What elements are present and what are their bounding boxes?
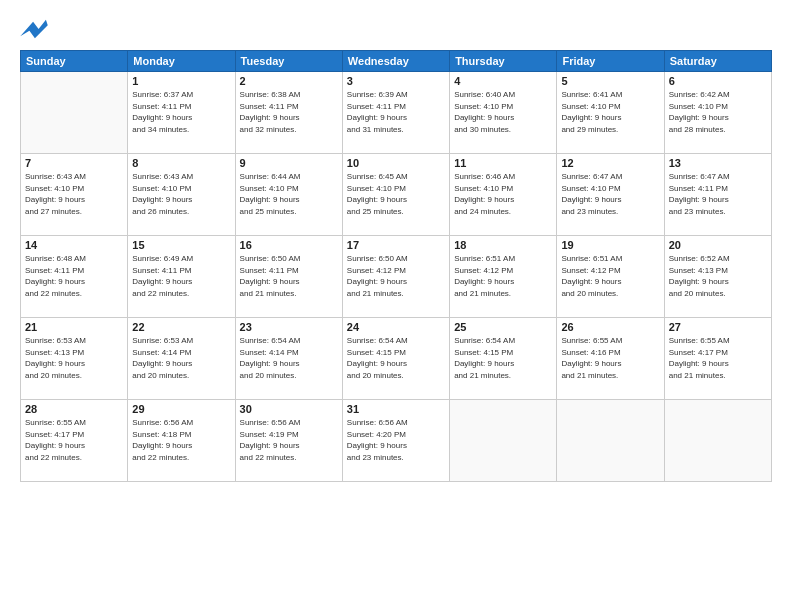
day-number: 6	[669, 75, 767, 87]
calendar-cell	[664, 400, 771, 482]
weekday-header-sunday: Sunday	[21, 51, 128, 72]
calendar-cell: 27Sunrise: 6:55 AM Sunset: 4:17 PM Dayli…	[664, 318, 771, 400]
day-number: 4	[454, 75, 552, 87]
calendar-cell: 19Sunrise: 6:51 AM Sunset: 4:12 PM Dayli…	[557, 236, 664, 318]
day-info: Sunrise: 6:56 AM Sunset: 4:19 PM Dayligh…	[240, 417, 338, 463]
weekday-header-wednesday: Wednesday	[342, 51, 449, 72]
calendar-cell: 29Sunrise: 6:56 AM Sunset: 4:18 PM Dayli…	[128, 400, 235, 482]
day-number: 22	[132, 321, 230, 333]
calendar-cell: 9Sunrise: 6:44 AM Sunset: 4:10 PM Daylig…	[235, 154, 342, 236]
calendar-cell	[21, 72, 128, 154]
day-info: Sunrise: 6:51 AM Sunset: 4:12 PM Dayligh…	[454, 253, 552, 299]
logo-icon	[20, 18, 48, 40]
calendar-cell: 15Sunrise: 6:49 AM Sunset: 4:11 PM Dayli…	[128, 236, 235, 318]
calendar-cell: 22Sunrise: 6:53 AM Sunset: 4:14 PM Dayli…	[128, 318, 235, 400]
calendar-week-row: 21Sunrise: 6:53 AM Sunset: 4:13 PM Dayli…	[21, 318, 772, 400]
day-info: Sunrise: 6:42 AM Sunset: 4:10 PM Dayligh…	[669, 89, 767, 135]
day-number: 15	[132, 239, 230, 251]
header	[20, 18, 772, 40]
calendar-header-row: SundayMondayTuesdayWednesdayThursdayFrid…	[21, 51, 772, 72]
day-info: Sunrise: 6:55 AM Sunset: 4:16 PM Dayligh…	[561, 335, 659, 381]
day-info: Sunrise: 6:40 AM Sunset: 4:10 PM Dayligh…	[454, 89, 552, 135]
calendar-cell: 24Sunrise: 6:54 AM Sunset: 4:15 PM Dayli…	[342, 318, 449, 400]
day-number: 28	[25, 403, 123, 415]
calendar-cell: 12Sunrise: 6:47 AM Sunset: 4:10 PM Dayli…	[557, 154, 664, 236]
day-number: 19	[561, 239, 659, 251]
weekday-header-thursday: Thursday	[450, 51, 557, 72]
calendar-cell: 23Sunrise: 6:54 AM Sunset: 4:14 PM Dayli…	[235, 318, 342, 400]
day-number: 12	[561, 157, 659, 169]
day-info: Sunrise: 6:50 AM Sunset: 4:12 PM Dayligh…	[347, 253, 445, 299]
day-number: 1	[132, 75, 230, 87]
day-info: Sunrise: 6:45 AM Sunset: 4:10 PM Dayligh…	[347, 171, 445, 217]
day-info: Sunrise: 6:54 AM Sunset: 4:14 PM Dayligh…	[240, 335, 338, 381]
calendar-cell: 3Sunrise: 6:39 AM Sunset: 4:11 PM Daylig…	[342, 72, 449, 154]
day-info: Sunrise: 6:54 AM Sunset: 4:15 PM Dayligh…	[454, 335, 552, 381]
day-number: 26	[561, 321, 659, 333]
calendar-cell: 17Sunrise: 6:50 AM Sunset: 4:12 PM Dayli…	[342, 236, 449, 318]
day-info: Sunrise: 6:38 AM Sunset: 4:11 PM Dayligh…	[240, 89, 338, 135]
weekday-header-friday: Friday	[557, 51, 664, 72]
calendar-week-row: 7Sunrise: 6:43 AM Sunset: 4:10 PM Daylig…	[21, 154, 772, 236]
calendar-cell: 18Sunrise: 6:51 AM Sunset: 4:12 PM Dayli…	[450, 236, 557, 318]
day-number: 10	[347, 157, 445, 169]
day-number: 2	[240, 75, 338, 87]
calendar-cell: 11Sunrise: 6:46 AM Sunset: 4:10 PM Dayli…	[450, 154, 557, 236]
day-number: 5	[561, 75, 659, 87]
day-number: 21	[25, 321, 123, 333]
day-info: Sunrise: 6:47 AM Sunset: 4:11 PM Dayligh…	[669, 171, 767, 217]
calendar-week-row: 14Sunrise: 6:48 AM Sunset: 4:11 PM Dayli…	[21, 236, 772, 318]
calendar-cell: 7Sunrise: 6:43 AM Sunset: 4:10 PM Daylig…	[21, 154, 128, 236]
calendar-cell: 26Sunrise: 6:55 AM Sunset: 4:16 PM Dayli…	[557, 318, 664, 400]
day-number: 9	[240, 157, 338, 169]
day-info: Sunrise: 6:48 AM Sunset: 4:11 PM Dayligh…	[25, 253, 123, 299]
day-info: Sunrise: 6:37 AM Sunset: 4:11 PM Dayligh…	[132, 89, 230, 135]
day-number: 27	[669, 321, 767, 333]
day-number: 29	[132, 403, 230, 415]
day-number: 30	[240, 403, 338, 415]
calendar-cell: 6Sunrise: 6:42 AM Sunset: 4:10 PM Daylig…	[664, 72, 771, 154]
day-info: Sunrise: 6:53 AM Sunset: 4:14 PM Dayligh…	[132, 335, 230, 381]
day-number: 7	[25, 157, 123, 169]
calendar-cell: 2Sunrise: 6:38 AM Sunset: 4:11 PM Daylig…	[235, 72, 342, 154]
calendar-cell	[450, 400, 557, 482]
calendar-cell: 21Sunrise: 6:53 AM Sunset: 4:13 PM Dayli…	[21, 318, 128, 400]
day-number: 11	[454, 157, 552, 169]
day-info: Sunrise: 6:56 AM Sunset: 4:20 PM Dayligh…	[347, 417, 445, 463]
day-info: Sunrise: 6:50 AM Sunset: 4:11 PM Dayligh…	[240, 253, 338, 299]
day-number: 25	[454, 321, 552, 333]
calendar-cell: 14Sunrise: 6:48 AM Sunset: 4:11 PM Dayli…	[21, 236, 128, 318]
day-number: 13	[669, 157, 767, 169]
day-number: 17	[347, 239, 445, 251]
day-number: 8	[132, 157, 230, 169]
weekday-header-saturday: Saturday	[664, 51, 771, 72]
svg-marker-0	[20, 20, 48, 38]
day-number: 20	[669, 239, 767, 251]
calendar-cell: 13Sunrise: 6:47 AM Sunset: 4:11 PM Dayli…	[664, 154, 771, 236]
day-info: Sunrise: 6:54 AM Sunset: 4:15 PM Dayligh…	[347, 335, 445, 381]
weekday-header-monday: Monday	[128, 51, 235, 72]
day-number: 24	[347, 321, 445, 333]
calendar-cell: 30Sunrise: 6:56 AM Sunset: 4:19 PM Dayli…	[235, 400, 342, 482]
day-info: Sunrise: 6:39 AM Sunset: 4:11 PM Dayligh…	[347, 89, 445, 135]
day-info: Sunrise: 6:56 AM Sunset: 4:18 PM Dayligh…	[132, 417, 230, 463]
calendar-cell	[557, 400, 664, 482]
day-number: 3	[347, 75, 445, 87]
day-number: 23	[240, 321, 338, 333]
calendar-cell: 1Sunrise: 6:37 AM Sunset: 4:11 PM Daylig…	[128, 72, 235, 154]
day-info: Sunrise: 6:51 AM Sunset: 4:12 PM Dayligh…	[561, 253, 659, 299]
day-info: Sunrise: 6:41 AM Sunset: 4:10 PM Dayligh…	[561, 89, 659, 135]
calendar-cell: 16Sunrise: 6:50 AM Sunset: 4:11 PM Dayli…	[235, 236, 342, 318]
calendar-cell: 20Sunrise: 6:52 AM Sunset: 4:13 PM Dayli…	[664, 236, 771, 318]
calendar-cell: 25Sunrise: 6:54 AM Sunset: 4:15 PM Dayli…	[450, 318, 557, 400]
day-info: Sunrise: 6:46 AM Sunset: 4:10 PM Dayligh…	[454, 171, 552, 217]
weekday-header-tuesday: Tuesday	[235, 51, 342, 72]
day-number: 16	[240, 239, 338, 251]
calendar-week-row: 28Sunrise: 6:55 AM Sunset: 4:17 PM Dayli…	[21, 400, 772, 482]
calendar-cell: 5Sunrise: 6:41 AM Sunset: 4:10 PM Daylig…	[557, 72, 664, 154]
calendar-week-row: 1Sunrise: 6:37 AM Sunset: 4:11 PM Daylig…	[21, 72, 772, 154]
day-info: Sunrise: 6:47 AM Sunset: 4:10 PM Dayligh…	[561, 171, 659, 217]
calendar-cell: 8Sunrise: 6:43 AM Sunset: 4:10 PM Daylig…	[128, 154, 235, 236]
calendar-cell: 28Sunrise: 6:55 AM Sunset: 4:17 PM Dayli…	[21, 400, 128, 482]
calendar-table: SundayMondayTuesdayWednesdayThursdayFrid…	[20, 50, 772, 482]
